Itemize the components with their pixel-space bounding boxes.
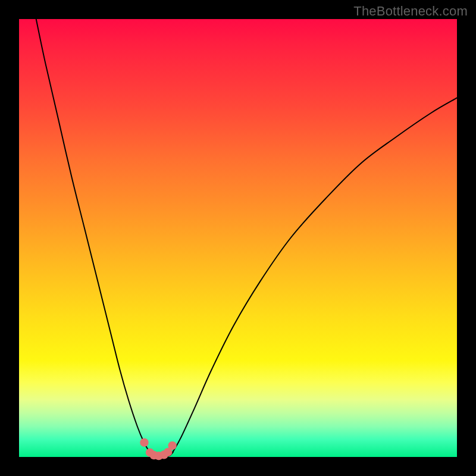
chart-frame: TheBottleneck.com — [0, 0, 476, 476]
curve-right-branch — [173, 98, 457, 452]
watermark-text: TheBottleneck.com — [353, 4, 468, 19]
curve-left-branch — [36, 19, 150, 452]
bottleneck-curve-svg — [19, 19, 457, 457]
valley-dot — [140, 439, 148, 447]
valley-dot — [168, 441, 176, 450]
